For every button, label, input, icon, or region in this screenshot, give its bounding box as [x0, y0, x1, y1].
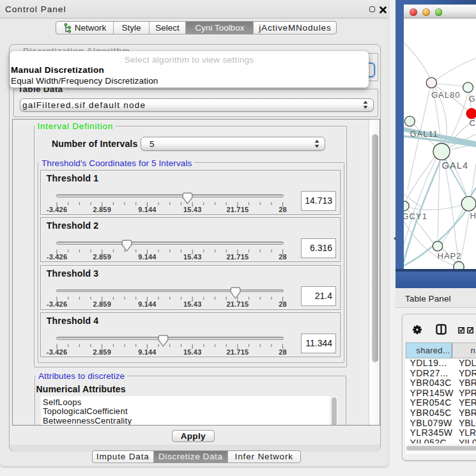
svg-text:C: C — [470, 118, 476, 127]
svg-text:GAL11: GAL11 — [410, 129, 439, 139]
svg-text:GAL80: GAL80 — [431, 89, 460, 99]
svg-text:GA: GA — [469, 93, 476, 103]
svg-text:HAP2: HAP2 — [438, 250, 462, 260]
svg-text:GAL4: GAL4 — [442, 160, 469, 170]
svg-text:H: H — [470, 210, 476, 220]
svg-text:GCY1: GCY1 — [404, 211, 427, 220]
